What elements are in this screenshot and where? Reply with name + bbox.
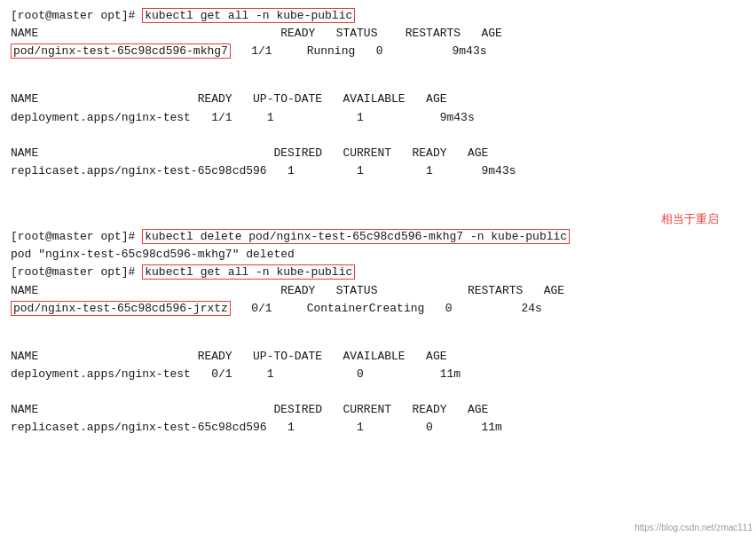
prompt1: [root@master opt]#: [11, 9, 142, 22]
deleted-output: pod "nginx-test-65c98cd596-mkhg7" delete…: [11, 246, 745, 264]
deploy-header2: NAME READY UP-TO-DATE AVAILABLE AGE: [11, 348, 745, 366]
watermark: https://blog.csdn.net/zmac111: [634, 523, 752, 532]
pod-name-box2: pod/nginx-test-65c98cd596-jrxtz: [11, 301, 231, 316]
replica-header2: NAME DESIRED CURRENT READY AGE: [11, 401, 745, 419]
getall-command-line: [root@master opt]# kubectl get all -n ku…: [11, 264, 745, 281]
pod-row2: pod/nginx-test-65c98cd596-jrxtz 0/1 Cont…: [11, 300, 745, 318]
delete-command-line: [root@master opt]# kubectl delete pod/ng…: [11, 228, 745, 246]
block1-command: [root@master opt]# kubectl get all -n ku…: [11, 7, 745, 25]
header-row1: NAME READY STATUS RESTARTS AGE: [11, 25, 745, 43]
delete-cmd-box: kubectl delete pod/nginx-test-65c98cd596…: [142, 229, 570, 244]
getall-cmd-box2: kubectl get all -n kube-public: [142, 264, 355, 280]
block2b: NAME DESIRED CURRENT READY AGE replicase…: [11, 145, 745, 180]
block4: NAME READY UP-TO-DATE AVAILABLE AGE depl…: [11, 348, 745, 383]
block1: [root@master opt]# kubectl get all -n ku…: [11, 7, 745, 60]
prompt3b: [root@master opt]#: [11, 265, 142, 279]
block4b: NAME DESIRED CURRENT READY AGE replicase…: [11, 401, 745, 437]
deploy-row2: deployment.apps/nginx-test 0/1 1 0 11m: [11, 366, 745, 383]
annotation: 相当于重启: [11, 210, 745, 228]
replica-header1: NAME DESIRED CURRENT READY AGE: [11, 145, 745, 162]
command1-box: kubectl get all -n kube-public: [142, 8, 355, 23]
prompt3a: [root@master opt]#: [11, 230, 142, 243]
replica-row2: replicaset.apps/nginx-test-65c98cd596 1 …: [11, 419, 745, 437]
block3: [root@master opt]# kubectl delete pod/ng…: [11, 228, 745, 318]
block2: NAME READY UP-TO-DATE AVAILABLE AGE depl…: [11, 91, 745, 126]
deploy-header1: NAME READY UP-TO-DATE AVAILABLE AGE: [11, 91, 745, 108]
deploy-row1: deployment.apps/nginx-test 1/1 1 1 9m43s: [11, 109, 745, 127]
pod-name-box1: pod/nginx-test-65c98cd596-mkhg7: [11, 43, 231, 59]
replica-row1: replicaset.apps/nginx-test-65c98cd596 1 …: [11, 162, 745, 180]
header-row2: NAME READY STATUS RESTARTS AGE: [11, 282, 745, 300]
pod-row1: pod/nginx-test-65c98cd596-mkhg7 1/1 Runn…: [11, 43, 745, 60]
